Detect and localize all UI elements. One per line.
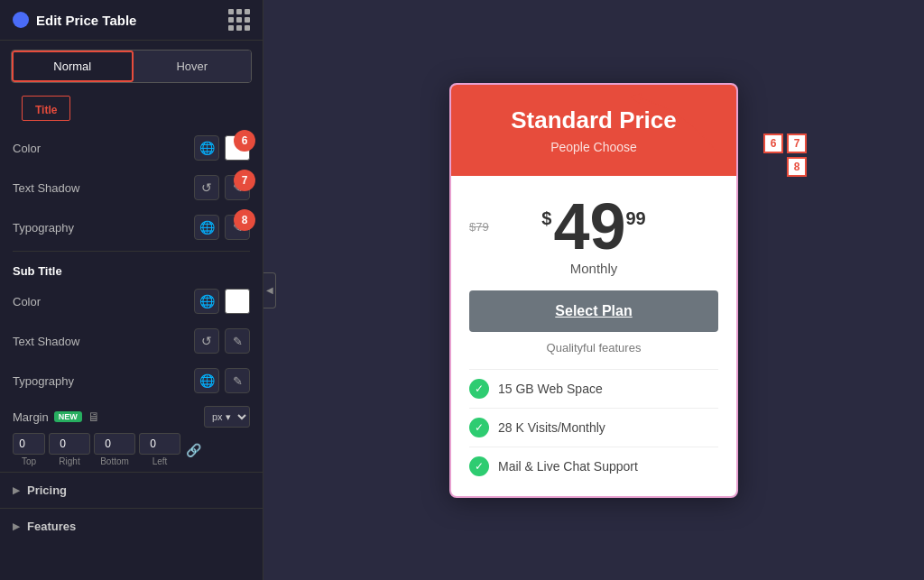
subtitle-typography-label: Typography (13, 374, 74, 388)
features-section[interactable]: ▶ Features (0, 508, 263, 544)
card-body: $79 $ 49 99 Monthly Select Plan Qualityf… (451, 176, 736, 496)
feature-text-3: Mail & Live Chat Support (498, 459, 638, 474)
card-subtitle: People Choose (469, 140, 718, 154)
price-cents: 99 (625, 208, 645, 229)
feature-text-1: 15 GB Web Space (498, 382, 603, 396)
quality-text: Qualityful features (469, 341, 718, 354)
subtitle-textshadow-label: Text Shadow (13, 335, 79, 348)
main-content: ◀ Standard Price People Choose $79 $ 49 … (263, 0, 924, 580)
title-typography-row: Typography 🌐 ✎ 8 (0, 207, 263, 247)
card-header: Standard Price People Choose (451, 85, 736, 176)
subtitle-shadow-reset[interactable]: ↺ (194, 328, 219, 354)
price-main: 49 (553, 194, 625, 259)
select-plan-button[interactable]: Select Plan (469, 290, 718, 332)
margin-top-input[interactable] (13, 433, 45, 455)
new-badge: NEW (54, 411, 82, 422)
badge-6: 6 (234, 130, 255, 152)
margin-label: Margin NEW 🖥 (13, 410, 100, 424)
margin-label-row: Margin NEW 🖥 px ▾ em % (13, 406, 250, 428)
feature-item-2: ✓ 28 K Visits/Monthly (469, 408, 718, 447)
check-icon-2: ✓ (469, 418, 489, 437)
margin-left-wrap: Left (139, 433, 180, 466)
price-period: Monthly (469, 261, 718, 276)
hover-tab[interactable]: Hover (134, 51, 252, 82)
title-textshadow-label: Text Shadow (13, 181, 79, 195)
margin-bottom-input[interactable] (94, 433, 135, 455)
anno-7: 7 (787, 133, 807, 153)
check-icon-1: ✓ (469, 379, 489, 399)
price-card: Standard Price People Choose $79 $ 49 99… (449, 83, 738, 498)
title-shadow-reset[interactable]: ↺ (194, 175, 219, 200)
subtitle-textshadow-controls: ↺ ✎ (194, 328, 250, 354)
features-label: Features (27, 520, 76, 533)
title-color-label: Color (13, 142, 41, 155)
title-color-globe[interactable]: 🌐 (194, 135, 219, 161)
margin-inputs: Top Right Bottom Left 🔗 (13, 433, 250, 466)
sidebar-title: Edit Price Table (36, 13, 136, 28)
pricing-chevron: ▶ (13, 485, 20, 495)
feature-item-3: ✓ Mail & Live Chat Support (469, 447, 718, 485)
feature-list: ✓ 15 GB Web Space ✓ 28 K Visits/Monthly … (469, 369, 718, 496)
title-shadow-badge-wrap: ✎ 7 (225, 175, 250, 200)
subtitle-color-box[interactable] (225, 289, 250, 314)
badge-7: 7 (234, 170, 255, 191)
title-typo-globe[interactable]: 🌐 (194, 215, 219, 240)
state-tab-row: Normal Hover (11, 50, 252, 83)
logo-icon (13, 12, 29, 28)
sidebar: Edit Price Table Normal Hover Title Colo… (0, 0, 263, 580)
badge-8: 8 (234, 209, 255, 231)
annotation-group: 6 7 8 (763, 133, 807, 177)
title-textshadow-controls: ↺ ✎ 7 (194, 175, 250, 200)
price-currency: $ (541, 208, 551, 229)
subtitle-color-row: Color 🌐 (0, 281, 263, 321)
price-wrapper: $79 $ 49 99 Monthly (469, 194, 718, 276)
anno-6: 6 (763, 133, 783, 153)
annotation-row-2: 8 (787, 157, 807, 177)
margin-right-input[interactable] (49, 433, 90, 455)
margin-right-wrap: Right (49, 433, 90, 466)
subtitle-textshadow-row: Text Shadow ↺ ✎ (0, 321, 263, 361)
check-icon-3: ✓ (469, 456, 489, 476)
subtitle-typo-globe[interactable]: 🌐 (194, 368, 219, 393)
subtitle-color-globe[interactable]: 🌐 (194, 289, 219, 314)
subtitle-shadow-edit[interactable]: ✎ (225, 328, 250, 354)
price-original: $79 (469, 220, 489, 234)
subtitle-typography-controls: 🌐 ✎ (194, 368, 250, 393)
subtitle-color-controls: 🌐 (194, 289, 250, 314)
annotation-row-1: 6 7 (763, 133, 807, 153)
title-color-row: Color 🌐 6 (0, 128, 263, 168)
grid-menu-icon[interactable] (228, 9, 250, 31)
feature-item: ✓ 15 GB Web Space (469, 369, 718, 408)
device-icon[interactable]: 🖥 (88, 410, 100, 424)
title-color-controls: 🌐 6 (194, 135, 250, 161)
sidebar-header: Edit Price Table (0, 0, 263, 41)
features-chevron: ▶ (13, 521, 20, 531)
title-typo-badge-wrap: ✎ 8 (225, 215, 250, 240)
title-typography-label: Typography (13, 221, 74, 235)
logo-area: Edit Price Table (13, 12, 136, 28)
margin-left-input[interactable] (139, 433, 180, 455)
anno-8: 8 (787, 157, 807, 177)
subtitle-typography-row: Typography 🌐 ✎ (0, 361, 263, 400)
title-textshadow-row: Text Shadow ↺ ✎ 7 (0, 168, 263, 207)
divider-1 (13, 251, 250, 252)
margin-unit-select[interactable]: px ▾ em % (204, 406, 250, 428)
title-typography-controls: 🌐 ✎ 8 (194, 215, 250, 240)
subtitle-typo-edit[interactable]: ✎ (225, 368, 250, 393)
margin-bottom-wrap: Bottom (94, 433, 135, 466)
pricing-label: Pricing (27, 483, 67, 497)
pricing-section[interactable]: ▶ Pricing (0, 472, 263, 508)
subtitle-color-label: Color (13, 295, 41, 308)
margin-section: Margin NEW 🖥 px ▾ em % Top Right Bottom (0, 400, 263, 472)
title-color-badge-wrap: 6 (225, 135, 250, 161)
card-title: Standard Price (469, 106, 718, 134)
price-display: $79 $ 49 99 (469, 194, 718, 259)
normal-tab[interactable]: Normal (12, 51, 134, 82)
feature-text-2: 28 K Visits/Monthly (498, 420, 605, 435)
subtitle-section-title: Sub Title (0, 255, 263, 281)
title-section-label: Title (22, 96, 70, 121)
sidebar-collapse-handle[interactable]: ◀ (263, 272, 276, 308)
margin-top-spin: Top (13, 433, 45, 466)
margin-link-icon[interactable]: 🔗 (184, 441, 202, 459)
